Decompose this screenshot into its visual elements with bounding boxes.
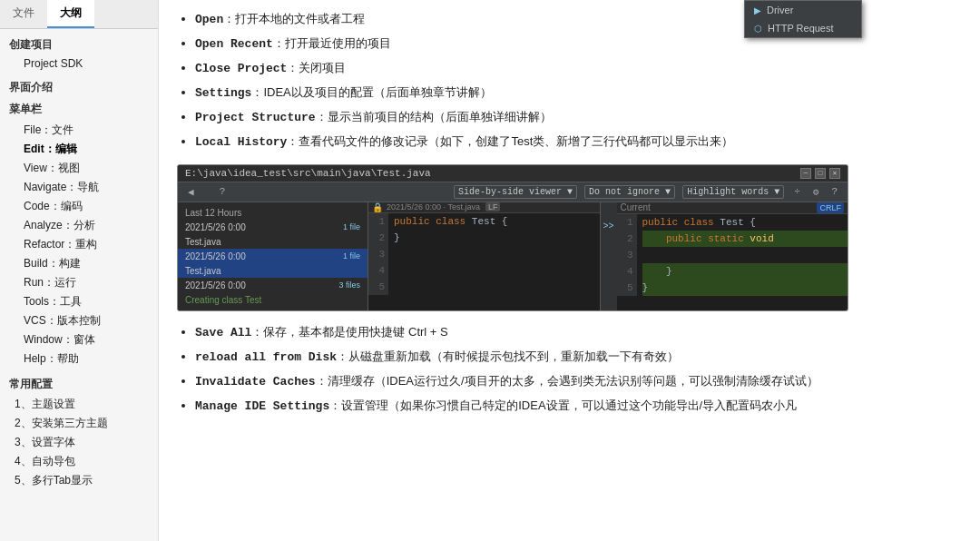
sidebar-item-6[interactable]: View：视图 [0, 159, 158, 178]
sidebar-section-17: 常用配置 [0, 374, 158, 395]
old-line-numbers: 12345 [368, 213, 388, 295]
code-window-title: E:\java\idea_test\src\main\java\Test.jav… [185, 168, 431, 179]
history-date-2: 2021/5/26 0:00 [185, 280, 246, 290]
bullet-key-4: Project Structure [195, 111, 316, 124]
sidebar-section-2: 界面介绍 [0, 77, 158, 98]
diff-new-panel: Current CRLF 12345 public class Test { p… [617, 202, 848, 310]
bullet-key-5: Local History [195, 135, 287, 149]
code-window: E:\java\idea_test\src\main\java\Test.jav… [177, 164, 848, 311]
bottom-bullet-key-1: reload all from Disk [195, 350, 337, 364]
current-label: Current [621, 202, 651, 212]
crlf-badge: CRLF [817, 202, 844, 213]
bottom-bullet-item-1: reload all from Disk：从磁盘重新加载（有时候提示包找不到，重… [195, 347, 962, 368]
sidebar-item-5[interactable]: Edit：编辑 [0, 140, 158, 159]
old-code-content: public class Test { } [388, 213, 600, 295]
sidebar-item-8[interactable]: Code：编码 [0, 197, 158, 216]
old-diff-lines: 12345 public class Test { } [368, 213, 600, 295]
history-header: Last 12 Hours [178, 206, 368, 220]
diff-area: 🔒 2021/5/26 0:00 · Test.java LF 12345 pu… [368, 202, 848, 310]
bullet-item-2: Close Project：关闭项目 [195, 58, 962, 79]
forward-button[interactable] [204, 191, 210, 192]
bottom-bullet-list: Save All：保存，基本都是使用快捷键 Ctrl + Sreload all… [177, 322, 962, 417]
new-diff-lines: 12345 public class Test { public static … [617, 214, 848, 296]
bullet-key-3: Settings [195, 86, 251, 100]
bullet-key-0: Open [195, 13, 223, 26]
old-file-date: 2021/5/26 0:00 · Test.java [387, 202, 480, 211]
diff-arrow: >> [601, 202, 617, 310]
code-window-titlebar: E:\java\idea_test\src\main\java\Test.jav… [178, 165, 848, 182]
back-button[interactable]: ◀ [185, 185, 197, 199]
history-date-1: 2021/5/26 0:00 [185, 251, 246, 261]
bottom-bullet-item-0: Save All：保存，基本都是使用快捷键 Ctrl + S [195, 322, 962, 343]
bottom-bullet-key-0: Save All [195, 326, 251, 339]
sidebar-item-4[interactable]: File：文件 [0, 121, 158, 140]
history-filename-1: Test.java [178, 264, 368, 278]
old-file-bar: 🔒 2021/5/26 0:00 · Test.java LF [368, 202, 600, 213]
sidebar-item-20[interactable]: 3、设置字体 [0, 433, 158, 452]
sidebar-item-21[interactable]: 4、自动导包 [0, 452, 158, 471]
creating-label: Creating class Test [178, 293, 368, 307]
highlight-dropdown[interactable]: Highlight words ▼ [682, 185, 784, 199]
history-filename-0: Test.java [178, 235, 368, 249]
divider-icon: ÷ [791, 185, 803, 198]
new-code-content: public class Test { public static void }… [637, 214, 848, 296]
new-file-bar: Current CRLF [617, 202, 848, 214]
history-item-1[interactable]: 2021/5/26 0:00 1 file [178, 249, 368, 264]
history-count-1: 1 file [343, 251, 360, 261]
sidebar-item-15[interactable]: Window：窗体 [0, 330, 158, 349]
maximize-button[interactable]: □ [815, 168, 826, 179]
tab-outline[interactable]: 大纲 [47, 0, 94, 28]
minimize-button[interactable]: ─ [800, 168, 811, 179]
bottom-bullet-item-2: Invalidate Caches：清理缓存（IDEA运行过久/项目开的太多，会… [195, 371, 962, 392]
new-line-numbers: 12345 [617, 214, 637, 296]
settings-icon[interactable]: ⚙ [810, 185, 822, 199]
history-count-0: 1 file [343, 222, 360, 232]
code-toolbar: ◀ ? Side-by-side viewer ▼ Do not ignore … [178, 182, 848, 202]
bullet-key-1: Open Recent [195, 37, 273, 51]
sidebar-item-1[interactable]: Project SDK [0, 55, 158, 72]
main-content: Open：打开本地的文件或者工程Open Recent：打开最近使用的项目Clo… [159, 0, 980, 541]
viewer-dropdown[interactable]: Side-by-side viewer ▼ [454, 185, 577, 199]
sidebar-item-14[interactable]: VCS：版本控制 [0, 311, 158, 330]
lock-icon: 🔒 [372, 202, 383, 212]
history-panel: Last 12 Hours 2021/5/26 0:00 1 file Test… [178, 202, 368, 310]
sidebar-item-11[interactable]: Build：构建 [0, 254, 158, 273]
history-count-2: 3 files [338, 280, 360, 290]
sidebar-item-9[interactable]: Analyze：分析 [0, 216, 158, 235]
window-controls: ─ □ ✕ [800, 168, 840, 179]
code-body: Last 12 Hours 2021/5/26 0:00 1 file Test… [178, 202, 848, 310]
sidebar-item-22[interactable]: 5、多行Tab显示 [0, 471, 158, 490]
sidebar-item-list: 创建项目Project SDK界面介绍菜单栏File：文件Edit：编辑View… [0, 29, 158, 490]
sidebar-item-12[interactable]: Run：运行 [0, 273, 158, 292]
bottom-bullet-key-3: Manage IDE Settings [195, 399, 329, 413]
sidebar-item-16[interactable]: Help：帮助 [0, 349, 158, 369]
sidebar-subsection-3: 菜单栏 [0, 98, 158, 121]
close-button[interactable]: ✕ [829, 168, 840, 179]
sidebar-item-7[interactable]: Navigate：导航 [0, 178, 158, 197]
history-date-0: 2021/5/26 0:00 [185, 222, 246, 232]
history-item-2[interactable]: 2021/5/26 0:00 3 files [178, 278, 368, 293]
bottom-bullet-key-2: Invalidate Caches [195, 375, 316, 389]
sidebar-item-13[interactable]: Tools：工具 [0, 292, 158, 311]
sidebar-item-18[interactable]: 1、主题设置 [0, 395, 158, 414]
question-icon[interactable]: ? [828, 185, 840, 198]
bullet-item-4: Project Structure：显示当前项目的结构（后面单独详细讲解） [195, 107, 962, 128]
sidebar-tabs: 文件 大纲 [0, 0, 158, 29]
lf-badge: LF [485, 202, 501, 211]
ignore-dropdown[interactable]: Do not ignore ▼ [584, 185, 675, 199]
diff-old-panel: 🔒 2021/5/26 0:00 · Test.java LF 12345 pu… [368, 202, 601, 310]
sidebar-item-10[interactable]: Refactor：重构 [0, 235, 158, 254]
history-item-0[interactable]: 2021/5/26 0:00 1 file [178, 220, 368, 235]
sidebar: 文件 大纲 创建项目Project SDK界面介绍菜单栏File：文件Edit：… [0, 0, 159, 541]
bottom-bullet-item-3: Manage IDE Settings：设置管理（如果你习惯自己特定的IDEA设… [195, 396, 962, 417]
bullet-item-5: Local History：查看代码文件的修改记录（如下，创建了Test类、新增… [195, 132, 962, 152]
sidebar-item-19[interactable]: 2、安装第三方主题 [0, 414, 158, 433]
sidebar-section-0: 创建项目 [0, 34, 158, 55]
bullet-item-3: Settings：IDEA以及项目的配置（后面单独章节讲解） [195, 83, 962, 103]
bullet-key-2: Close Project [195, 62, 287, 75]
help-toolbar-button[interactable]: ? [217, 185, 229, 198]
tab-file[interactable]: 文件 [0, 0, 47, 28]
